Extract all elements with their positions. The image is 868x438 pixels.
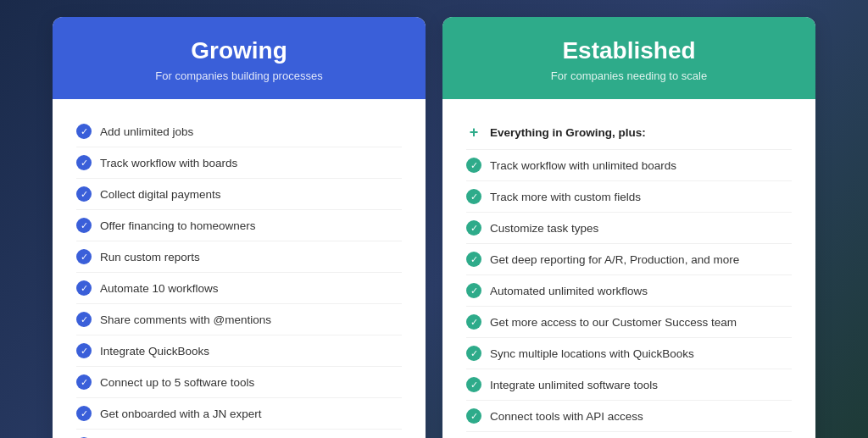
pricing-container: GrowingFor companies building processes✓…	[53, 17, 815, 438]
feature-text: Offer financing to homeowners	[100, 219, 256, 232]
feature-text: Track more with custom fields	[490, 191, 641, 203]
plan-header-growing: GrowingFor companies building processes	[53, 17, 426, 99]
feature-text: Everything in Growing, plus:	[490, 126, 646, 139]
feature-text: Collect digital payments	[100, 188, 221, 201]
plan-header-established: EstablishedFor companies needing to scal…	[442, 17, 815, 99]
feature-text: Connect up to 5 software tools	[100, 376, 254, 389]
check-icon: ✓	[466, 346, 481, 361]
feature-text: Track workflow with unlimited boards	[490, 159, 676, 172]
check-icon: ✓	[76, 280, 92, 296]
check-icon: ✓	[76, 124, 92, 139]
list-item: ✓Offer financing to homeowners	[76, 210, 402, 241]
check-icon: ✓	[76, 218, 92, 233]
feature-text: Run custom reports	[100, 251, 200, 263]
list-item: ✓Use webhooks in automations	[466, 432, 792, 438]
list-item: ✓Integrate QuickBooks	[76, 335, 402, 367]
list-item: ✓Integrate unlimited software tools	[466, 369, 792, 401]
feature-text: Sync multiple locations with QuickBooks	[490, 347, 694, 360]
list-item: ✓Customize task types	[466, 213, 792, 244]
list-item: ✓Track more with custom fields	[466, 181, 792, 213]
feature-text: Integrate unlimited software tools	[490, 379, 658, 391]
feature-text: Track workflow with boards	[100, 157, 237, 169]
check-icon: ✓	[76, 406, 92, 421]
plan-card-growing: GrowingFor companies building processes✓…	[53, 17, 426, 438]
list-item: ✓Automated unlimited workflows	[466, 275, 792, 307]
feature-text: Get deep reporting for A/R, Production, …	[490, 253, 739, 266]
list-item: ✓Get onboarded with a JN expert	[76, 398, 402, 430]
feature-text: Automated unlimited workflows	[490, 285, 648, 297]
check-icon: ✓	[76, 312, 92, 327]
list-item: ✓Run custom reports	[76, 241, 402, 273]
plan-subtitle-established: For companies needing to scale	[459, 69, 798, 82]
check-icon: ✓	[466, 189, 481, 204]
list-item: ✓Add unlimited jobs	[76, 116, 402, 147]
list-item: ✓Track workflow with unlimited boards	[466, 150, 792, 181]
feature-text: Get more access to our Customer Success …	[490, 316, 737, 329]
check-icon: ✓	[76, 249, 92, 264]
feature-text: Share comments with @mentions	[100, 313, 271, 326]
list-item: ✓Automate 10 workflows	[76, 273, 402, 304]
check-icon: ✓	[466, 220, 481, 236]
list-item: ✓Sync multiple locations with QuickBooks	[466, 338, 792, 369]
feature-text: Automate 10 workflows	[100, 282, 219, 295]
check-icon: ✓	[466, 283, 481, 298]
list-item: ✓Get deep reporting for A/R, Production,…	[466, 244, 792, 275]
plan-card-established: EstablishedFor companies needing to scal…	[442, 17, 815, 438]
plan-features-growing: ✓Add unlimited jobs✓Track workflow with …	[53, 99, 426, 438]
plan-subtitle-growing: For companies building processes	[70, 69, 409, 82]
plan-title-established: Established	[459, 37, 798, 64]
feature-text: Customize task types	[490, 222, 598, 235]
check-icon: ✓	[76, 186, 92, 202]
list-item: ✓Get more access to our Customer Success…	[466, 307, 792, 338]
check-icon: ✓	[466, 377, 481, 392]
list-item: +Everything in Growing, plus:	[466, 116, 792, 150]
check-icon: ✓	[76, 343, 92, 358]
list-item: ✓Share comments with @mentions	[76, 304, 402, 335]
check-icon: ✓	[76, 155, 92, 170]
plan-title-growing: Growing	[70, 37, 409, 64]
check-icon: ✓	[76, 374, 92, 390]
list-item: ✓Get phone, email, and chat support	[76, 430, 402, 438]
list-item: ✓Connect tools with API access	[466, 401, 792, 432]
feature-text: Integrate QuickBooks	[100, 345, 209, 358]
feature-text: Connect tools with API access	[490, 410, 643, 423]
list-item: ✓Collect digital payments	[76, 179, 402, 210]
check-icon: ✓	[466, 252, 481, 267]
check-icon: ✓	[466, 314, 481, 330]
list-item: ✓Connect up to 5 software tools	[76, 367, 402, 398]
check-icon: ✓	[466, 408, 481, 424]
check-icon: ✓	[466, 158, 481, 173]
plan-features-established: +Everything in Growing, plus:✓Track work…	[442, 99, 815, 438]
feature-text: Get onboarded with a JN expert	[100, 408, 262, 420]
plus-icon: +	[466, 124, 481, 141]
list-item: ✓Track workflow with boards	[76, 147, 402, 179]
feature-text: Add unlimited jobs	[100, 125, 193, 138]
